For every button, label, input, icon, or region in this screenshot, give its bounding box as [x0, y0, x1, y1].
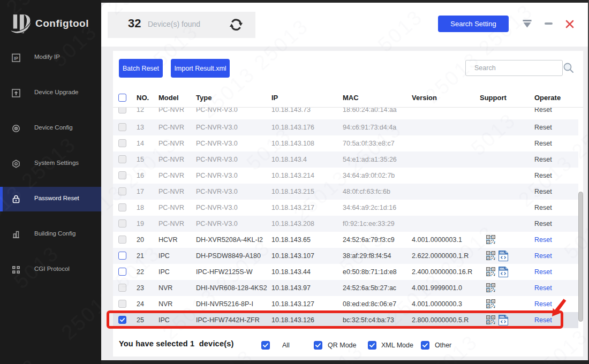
- svg-text:IP: IP: [14, 56, 18, 61]
- svg-text:XML: XML: [500, 267, 505, 270]
- svg-text:XML: XML: [500, 251, 505, 254]
